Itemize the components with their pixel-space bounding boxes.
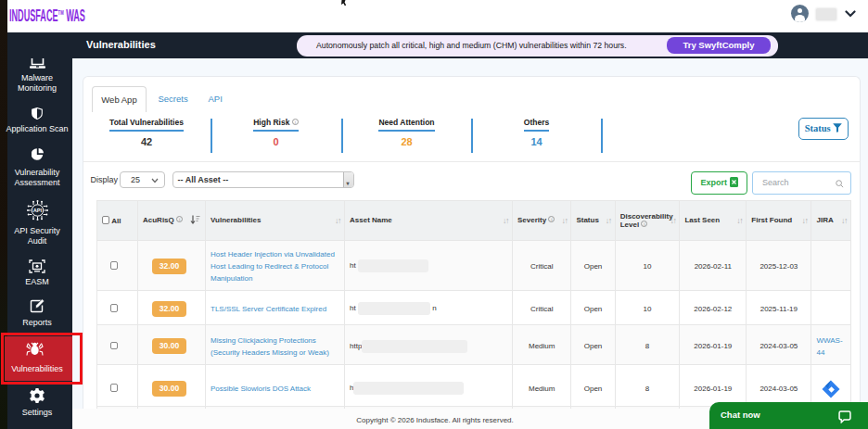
svg-text:API: API bbox=[32, 208, 42, 213]
